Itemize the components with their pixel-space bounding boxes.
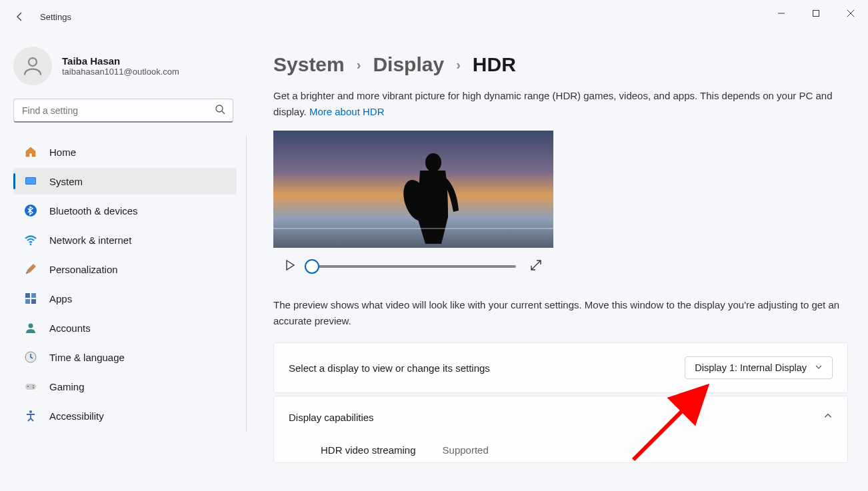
sidebar-item-home[interactable]: Home [13,139,237,165]
profile-name: Taiba Hasan [62,55,179,67]
home-icon [24,145,37,159]
svg-point-10 [30,244,32,246]
minimize-button[interactable] [764,0,799,27]
sidebar-item-label: Time & language [49,352,125,363]
sidebar-item-personalization[interactable]: Personalization [13,256,237,282]
system-icon [24,175,37,188]
svg-rect-17 [25,384,36,390]
sidebar-item-label: Personalization [49,264,118,275]
svg-rect-11 [25,293,30,298]
search-icon [215,104,225,117]
arrow-left-icon [15,11,25,22]
svg-point-15 [29,324,33,328]
expand-icon [529,258,543,272]
fullscreen-button[interactable] [529,258,543,274]
svg-rect-8 [26,178,35,184]
network-icon [24,233,37,246]
svg-point-4 [29,58,37,66]
sidebar-item-label: Gaming [49,381,85,392]
personalization-icon [24,262,37,276]
breadcrumb-current: HDR [473,53,516,76]
sidebar-item-label: Accessibility [49,410,104,422]
sidebar-item-apps[interactable]: Apps [13,285,237,312]
sidebar-item-label: Apps [49,293,72,304]
chevron-right-icon: › [357,57,361,73]
sidebar-item-label: System [49,176,83,187]
profile-block[interactable]: Taiba Hasan taibahasan1011@outlook.com [13,47,247,99]
svg-point-22 [425,153,441,172]
sidebar-item-accessibility[interactable]: Accessibility [13,402,237,429]
search-input[interactable] [13,99,233,123]
svg-point-20 [33,387,34,388]
breadcrumb: System › Display › HDR [273,53,848,76]
sidebar-item-time[interactable]: Time & language [13,344,237,370]
bluetooth-icon [24,204,37,217]
display-select-label: Select a display to view or change its s… [289,362,490,374]
time-icon [24,350,37,364]
display-select-dropdown[interactable]: Display 1: Internal Display [685,356,833,379]
capability-row: HDR video streaming Supported [274,438,847,462]
svg-point-19 [33,385,34,386]
sidebar-item-network[interactable]: Network & internet [13,227,237,253]
minimize-icon [777,9,785,17]
chevron-right-icon: › [456,57,461,73]
sidebar-item-label: Accounts [49,322,91,334]
svg-point-5 [216,105,223,112]
breadcrumb-display[interactable]: Display [373,53,444,76]
gaming-icon [24,380,37,393]
svg-rect-14 [31,299,36,304]
chevron-down-icon [815,362,823,373]
avatar [13,47,52,85]
sidebar-item-gaming[interactable]: Gaming [13,373,237,400]
svg-point-18 [27,386,29,387]
display-capabilities-card: Display capabilities HDR video streaming… [273,396,848,463]
close-button[interactable] [833,0,868,27]
svg-rect-1 [813,11,819,17]
sidebar-item-system[interactable]: System [13,168,237,195]
play-icon [284,259,296,271]
sidebar-item-bluetooth[interactable]: Bluetooth & devices [13,197,237,224]
app-title: Settings [40,12,71,22]
play-button[interactable] [284,259,296,274]
svg-rect-13 [25,299,30,304]
silhouette-icon [400,151,467,244]
close-icon [847,9,855,17]
display-capabilities-header[interactable]: Display capabilities [274,396,847,438]
back-button[interactable] [7,3,33,30]
video-progress-slider[interactable] [309,265,516,268]
preview-image [273,131,553,248]
accounts-icon [24,321,37,334]
svg-rect-12 [31,293,36,298]
sidebar-item-label: Home [49,147,76,158]
breadcrumb-system[interactable]: System [273,53,345,76]
person-icon [21,54,45,78]
slider-thumb[interactable] [305,259,319,274]
apps-icon [24,292,37,305]
page-description: Get a brighter and more vibrant picture … [273,88,847,120]
video-preview [273,131,553,285]
sidebar-item-label: Network & internet [49,235,131,246]
sidebar-item-accounts[interactable]: Accounts [13,314,237,341]
sidebar-item-label: Bluetooth & devices [49,205,138,217]
svg-line-6 [222,111,225,114]
more-about-hdr-link[interactable]: More about HDR [309,106,385,117]
accessibility-icon [24,409,37,422]
display-select-card: Select a display to view or change its s… [273,342,848,393]
preview-note: The preview shows what video will look l… [273,297,847,329]
chevron-up-icon [823,411,833,423]
maximize-button[interactable] [799,0,833,27]
svg-point-21 [29,410,32,413]
maximize-icon [812,9,820,17]
profile-email: taibahasan1011@outlook.com [62,67,179,77]
